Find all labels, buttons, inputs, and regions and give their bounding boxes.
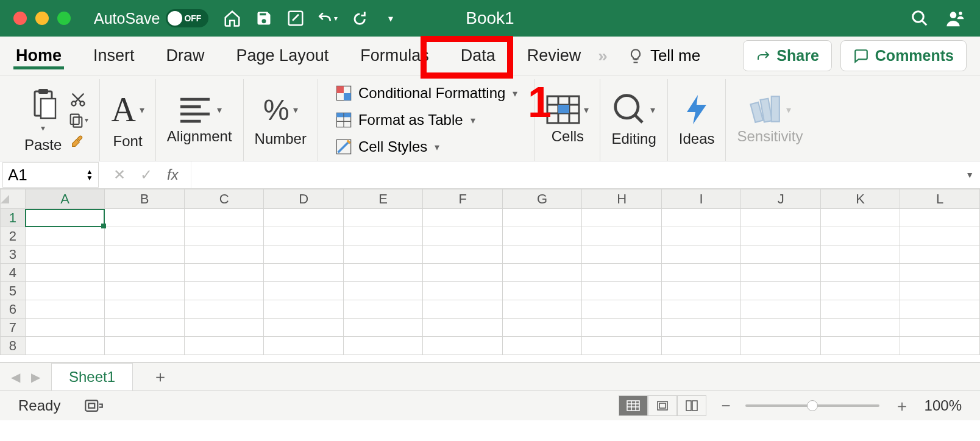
row-header[interactable]: 2 bbox=[1, 227, 26, 245]
cell[interactable] bbox=[423, 227, 503, 245]
cell[interactable] bbox=[343, 227, 423, 245]
row-header[interactable]: 4 bbox=[1, 264, 26, 282]
cell[interactable] bbox=[105, 337, 185, 355]
cell[interactable] bbox=[105, 282, 185, 300]
cell[interactable] bbox=[661, 264, 741, 282]
cell[interactable] bbox=[343, 282, 423, 300]
cell[interactable] bbox=[184, 264, 264, 282]
cell[interactable] bbox=[343, 245, 423, 264]
cell[interactable] bbox=[582, 300, 662, 319]
accept-formula-icon[interactable]: ✓ bbox=[140, 166, 152, 183]
cell[interactable] bbox=[502, 264, 582, 282]
cell[interactable] bbox=[741, 300, 821, 319]
cut-icon[interactable] bbox=[69, 91, 87, 108]
cell[interactable] bbox=[741, 227, 821, 245]
copy-icon[interactable]: ▾ bbox=[68, 111, 88, 129]
cell[interactable] bbox=[264, 209, 344, 227]
row-header[interactable]: 5 bbox=[1, 282, 26, 300]
cell[interactable] bbox=[820, 227, 900, 245]
name-box[interactable]: A1 ▲▼ bbox=[2, 162, 99, 188]
cell[interactable] bbox=[661, 209, 741, 227]
cell[interactable] bbox=[264, 319, 344, 337]
cell[interactable] bbox=[25, 227, 105, 245]
cell[interactable] bbox=[25, 264, 105, 282]
row-header[interactable]: 7 bbox=[1, 319, 26, 337]
cell[interactable] bbox=[264, 227, 344, 245]
cancel-formula-icon[interactable]: ✕ bbox=[113, 166, 126, 183]
zoom-slider[interactable] bbox=[745, 404, 879, 407]
column-header[interactable]: C bbox=[184, 189, 264, 209]
cell[interactable] bbox=[105, 319, 185, 337]
group-alignment[interactable]: ▾ Alignment bbox=[156, 79, 244, 161]
sheet-nav-next-icon[interactable]: ▶ bbox=[31, 370, 40, 384]
cell[interactable] bbox=[741, 264, 821, 282]
cell[interactable] bbox=[900, 209, 980, 227]
cell[interactable] bbox=[343, 319, 423, 337]
share-button[interactable]: Share bbox=[743, 40, 831, 71]
cell[interactable] bbox=[820, 245, 900, 264]
cell[interactable] bbox=[900, 282, 980, 300]
cell[interactable] bbox=[820, 337, 900, 355]
expand-formula-bar-icon[interactable]: ▼ bbox=[965, 170, 974, 180]
cell[interactable] bbox=[582, 337, 662, 355]
cell[interactable] bbox=[423, 337, 503, 355]
column-header[interactable]: D bbox=[264, 189, 344, 209]
row-header[interactable]: 6 bbox=[1, 300, 26, 319]
group-font[interactable]: A ▾ Font bbox=[100, 79, 155, 161]
column-header[interactable]: H bbox=[582, 189, 662, 209]
group-editing[interactable]: ▾ Editing bbox=[600, 79, 667, 161]
group-number[interactable]: % ▾ Number bbox=[244, 79, 318, 161]
undo-icon[interactable]: ▾ bbox=[317, 8, 338, 29]
column-header[interactable]: G bbox=[502, 189, 582, 209]
cell[interactable] bbox=[105, 209, 185, 227]
zoom-out-button[interactable]: − bbox=[717, 397, 734, 415]
cell[interactable] bbox=[820, 300, 900, 319]
cell[interactable] bbox=[25, 319, 105, 337]
tab-review[interactable]: Review bbox=[525, 43, 584, 69]
redo-icon[interactable] bbox=[349, 8, 369, 29]
cell[interactable] bbox=[582, 264, 662, 282]
cell[interactable] bbox=[661, 337, 741, 355]
tab-home[interactable]: Home bbox=[13, 43, 64, 69]
cell[interactable] bbox=[741, 337, 821, 355]
cell[interactable] bbox=[343, 300, 423, 319]
view-page-layout-button[interactable] bbox=[648, 395, 677, 416]
add-sheet-button[interactable]: ＋ bbox=[144, 366, 177, 387]
cell[interactable] bbox=[582, 282, 662, 300]
cell[interactable] bbox=[423, 300, 503, 319]
cell[interactable] bbox=[25, 300, 105, 319]
select-all-cell[interactable] bbox=[1, 189, 26, 209]
cell[interactable] bbox=[264, 264, 344, 282]
close-window-button[interactable] bbox=[13, 12, 27, 25]
cell[interactable] bbox=[184, 227, 264, 245]
cell[interactable] bbox=[582, 319, 662, 337]
spreadsheet-grid[interactable]: A B C D E F G H I J K L 1 2 3 4 5 6 7 8 bbox=[0, 189, 980, 362]
cell[interactable] bbox=[105, 264, 185, 282]
customize-qat-icon[interactable]: ▾ bbox=[380, 8, 401, 29]
formula-input[interactable] bbox=[191, 161, 965, 188]
cell[interactable] bbox=[264, 282, 344, 300]
maximize-window-button[interactable] bbox=[57, 12, 71, 25]
column-header[interactable]: B bbox=[105, 189, 185, 209]
account-icon[interactable] bbox=[946, 9, 965, 28]
cell[interactable] bbox=[343, 264, 423, 282]
cell[interactable] bbox=[184, 300, 264, 319]
sheet-nav-prev-icon[interactable]: ◀ bbox=[11, 370, 20, 384]
row-header[interactable]: 3 bbox=[1, 245, 26, 264]
column-header[interactable]: L bbox=[900, 189, 980, 209]
cell[interactable] bbox=[582, 227, 662, 245]
column-header[interactable]: I bbox=[661, 189, 741, 209]
cell[interactable] bbox=[343, 337, 423, 355]
save-edit-icon[interactable] bbox=[285, 8, 306, 29]
cell[interactable] bbox=[900, 319, 980, 337]
home-icon[interactable] bbox=[222, 8, 243, 29]
cell[interactable] bbox=[105, 227, 185, 245]
sheet-tab[interactable]: Sheet1 bbox=[51, 363, 133, 390]
conditional-formatting-button[interactable]: Conditional Formatting ▾ bbox=[335, 83, 517, 104]
cell[interactable] bbox=[502, 245, 582, 264]
autosave-toggle[interactable]: AutoSave OFF bbox=[94, 9, 208, 27]
cell[interactable] bbox=[264, 300, 344, 319]
row-header[interactable]: 8 bbox=[1, 337, 26, 355]
cell[interactable] bbox=[25, 337, 105, 355]
cell[interactable] bbox=[105, 245, 185, 264]
